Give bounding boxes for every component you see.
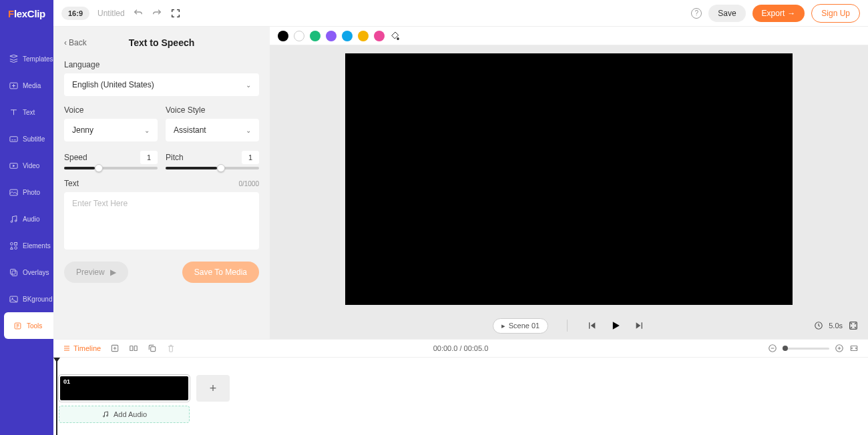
swatch-green[interactable] (310, 31, 320, 41)
add-audio-label: Add Audio (114, 410, 147, 418)
nav-templates[interactable]: Templates (0, 45, 53, 72)
expand-icon[interactable] (848, 320, 859, 331)
style-value: Assistant (174, 125, 206, 135)
pitch-slider[interactable] (166, 167, 259, 169)
swatch-purple[interactable] (326, 31, 337, 41)
duration-label: 5.0s (829, 322, 843, 330)
photo-icon (9, 187, 19, 197)
voice-label: Voice (64, 105, 158, 115)
zoom-thumb[interactable] (783, 346, 788, 351)
speed-value: 1 (140, 151, 158, 164)
swatch-yellow[interactable] (358, 31, 369, 41)
scene-clip-01[interactable]: 01 (59, 375, 190, 402)
overlays-icon (9, 268, 19, 278)
nav-background[interactable]: BKground (0, 286, 53, 312)
style-label: Voice Style (166, 105, 259, 115)
swatch-pink[interactable] (374, 31, 385, 41)
redo-icon[interactable] (152, 8, 162, 19)
swatch-white[interactable] (294, 31, 304, 41)
preview-wrap (270, 45, 868, 312)
paint-bucket-icon[interactable] (390, 31, 401, 41)
nav-tools[interactable]: Tools (4, 312, 53, 339)
nav-label: Overlays (23, 269, 49, 276)
svg-rect-19 (151, 347, 156, 352)
nav-label: Video (23, 162, 39, 169)
timeline-button[interactable]: Timeline (63, 344, 101, 352)
save-button[interactable]: Save (708, 5, 745, 22)
chevron-down-icon: ⌄ (144, 127, 150, 134)
copy-icon[interactable] (148, 344, 157, 353)
playhead[interactable] (56, 358, 57, 435)
video-icon (9, 161, 19, 171)
logo-accent: F (8, 8, 14, 19)
svg-point-5 (15, 220, 17, 222)
svg-rect-17 (130, 346, 133, 351)
timeline-icon (63, 344, 71, 352)
swatch-blue[interactable] (342, 31, 353, 41)
svg-point-24 (106, 415, 107, 416)
templates-icon (9, 54, 19, 64)
nav-photo[interactable]: Photo (0, 179, 53, 205)
aspect-ratio-badge[interactable]: 16:9 (61, 7, 89, 20)
media-icon (9, 81, 19, 91)
zoom-out-icon[interactable] (768, 344, 777, 353)
nav-audio[interactable]: Audio (0, 205, 53, 232)
scene-selector[interactable]: ▸Scene 01 (493, 318, 548, 334)
back-button[interactable]: ‹Back (64, 38, 87, 47)
preview-button[interactable]: Preview▶ (64, 262, 128, 283)
nav-label: Tools (27, 322, 42, 330)
nav-subtitle[interactable]: Subtitle (0, 125, 53, 152)
speed-thumb[interactable] (95, 164, 103, 172)
fit-icon[interactable] (849, 344, 859, 353)
nav-media[interactable]: Media (0, 72, 53, 99)
canvas-area: ▸Scene 01 5.0s (270, 27, 868, 339)
svg-rect-18 (134, 346, 137, 351)
subtitle-icon (9, 134, 19, 144)
voice-value: Jenny (72, 125, 93, 135)
swatch-black[interactable] (278, 31, 288, 41)
audio-icon (9, 214, 19, 224)
add-icon[interactable] (110, 344, 120, 353)
scene-label: Scene 01 (509, 322, 539, 330)
zoom-slider[interactable] (783, 348, 829, 350)
speed-slider[interactable] (64, 167, 158, 169)
chevron-down-icon: ⌄ (246, 81, 251, 89)
text-input[interactable] (64, 192, 259, 250)
add-audio-track[interactable]: Add Audio (59, 406, 190, 423)
logo[interactable]: FlexClip (0, 0, 53, 27)
timeline-toolbar: Timeline 00:00.0 / 00:05.0 (53, 339, 868, 358)
svg-rect-9 (11, 269, 16, 274)
pitch-thumb[interactable] (217, 164, 225, 172)
add-scene-button[interactable]: + (196, 375, 230, 402)
player-bar: ▸Scene 01 5.0s (270, 312, 868, 339)
nav-label: Templates (23, 55, 53, 63)
nav-elements[interactable]: Elements (0, 232, 53, 259)
fullscreen-icon[interactable] (170, 8, 181, 19)
delete-icon[interactable] (166, 344, 176, 353)
nav-video[interactable]: Video (0, 152, 53, 179)
preview-label: Preview (76, 268, 105, 277)
language-select[interactable]: English (United States) ⌄ (64, 73, 259, 96)
voice-select[interactable]: Jenny ⌄ (64, 119, 158, 141)
next-scene-icon[interactable] (634, 320, 645, 331)
zoom-in-icon[interactable] (835, 344, 844, 353)
signup-button[interactable]: Sign Up (811, 4, 860, 23)
export-button[interactable]: Export→ (752, 5, 805, 22)
help-icon[interactable]: ? (691, 8, 702, 19)
nav-text[interactable]: Text (0, 99, 53, 125)
tools-icon (13, 321, 23, 331)
project-title[interactable]: Untitled (97, 9, 125, 18)
split-icon[interactable] (129, 344, 138, 353)
style-select[interactable]: Assistant ⌄ (166, 119, 259, 141)
text-label: Text (64, 179, 79, 188)
logo-rest: lexClip (14, 8, 45, 19)
nav-overlays[interactable]: Overlays (0, 259, 53, 286)
panel-title: Text to Speech (129, 37, 195, 48)
save-to-media-button[interactable]: Save To Media (182, 262, 259, 283)
play-icon[interactable] (609, 319, 622, 332)
preview-canvas[interactable] (345, 53, 793, 305)
timeline-body: 01 Add Audio + (53, 358, 868, 435)
undo-icon[interactable] (133, 8, 144, 19)
prev-scene-icon[interactable] (586, 320, 597, 331)
speed-label: Speed (64, 153, 87, 162)
